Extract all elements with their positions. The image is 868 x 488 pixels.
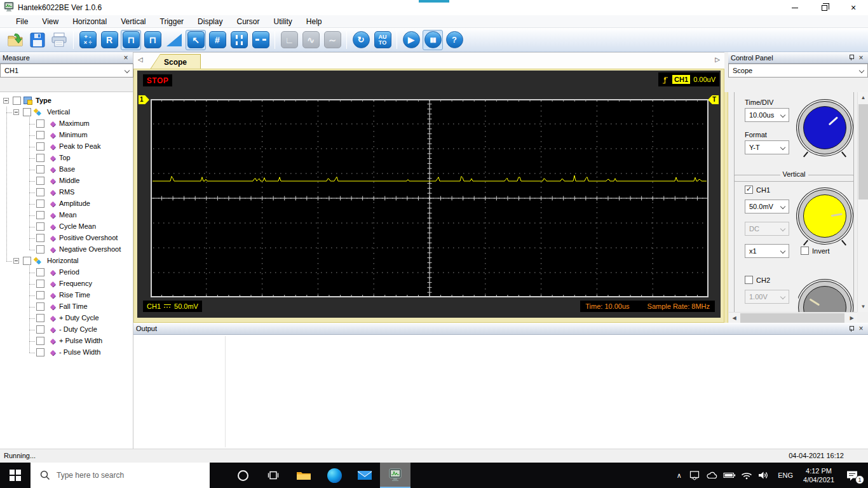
start-button[interactable] bbox=[0, 463, 31, 488]
wifi-icon[interactable] bbox=[740, 463, 753, 488]
edge-button[interactable] bbox=[319, 463, 349, 488]
measure-tree-item[interactable]: ◆Top bbox=[0, 152, 133, 164]
measure-tree-item[interactable]: ◆Frequency bbox=[0, 278, 133, 290]
tree-checkbox[interactable] bbox=[36, 325, 44, 334]
horizontal-scrollbar[interactable]: ◀ ▶ bbox=[729, 312, 857, 323]
close-button[interactable]: × bbox=[839, 0, 868, 15]
tree-checkbox[interactable] bbox=[36, 131, 44, 139]
hantek-app-button[interactable] bbox=[380, 463, 410, 488]
tree-checkbox[interactable] bbox=[36, 302, 44, 311]
control-panel-close-icon[interactable]: × bbox=[857, 53, 865, 62]
tree-checkbox[interactable] bbox=[36, 234, 44, 242]
ch2-scale-select[interactable]: 1.00V bbox=[745, 290, 789, 304]
taskbar-clock[interactable]: 4:12 PM 4/04/2021 bbox=[801, 463, 837, 488]
mail-button[interactable] bbox=[349, 463, 380, 488]
collapse-icon[interactable] bbox=[13, 109, 19, 115]
horizontal-cursors-button[interactable] bbox=[250, 30, 271, 50]
open-button[interactable] bbox=[6, 30, 26, 50]
pin-icon[interactable] bbox=[848, 54, 854, 61]
scroll-left-icon[interactable]: ◀ bbox=[729, 313, 740, 323]
menu-help[interactable]: Help bbox=[299, 15, 329, 28]
battery-icon[interactable] bbox=[723, 463, 736, 488]
cast-icon[interactable] bbox=[689, 463, 702, 488]
cursor-button[interactable]: ↖ bbox=[186, 30, 206, 50]
ch1-enable[interactable]: CH1 bbox=[745, 186, 770, 194]
output-close-icon[interactable]: × bbox=[857, 324, 865, 333]
measure-tree-item[interactable]: ◆Mean bbox=[0, 210, 133, 221]
pause-button[interactable]: ▮▮ bbox=[423, 30, 443, 50]
scroll-up-icon[interactable]: ▲ bbox=[858, 92, 868, 103]
scroll-right-icon[interactable]: ▶ bbox=[846, 313, 857, 323]
tree-checkbox[interactable] bbox=[36, 337, 44, 345]
pin-icon[interactable] bbox=[848, 325, 854, 332]
notification-button[interactable]: 1 bbox=[841, 463, 863, 488]
tree-checkbox[interactable] bbox=[36, 165, 44, 173]
ramp-button[interactable] bbox=[164, 30, 184, 50]
measure-tree-item[interactable]: ◆Cycle Mean bbox=[0, 221, 133, 233]
language-indicator[interactable]: ENG bbox=[775, 463, 796, 488]
tree-checkbox[interactable] bbox=[36, 188, 44, 196]
tree-checkbox[interactable] bbox=[36, 211, 44, 219]
tree-checkbox[interactable] bbox=[36, 280, 44, 288]
menu-vertical[interactable]: Vertical bbox=[114, 15, 153, 28]
ch1-scale-select[interactable]: 50.0mV bbox=[745, 200, 789, 214]
tree-checkbox[interactable] bbox=[36, 154, 44, 162]
tree-checkbox[interactable] bbox=[23, 108, 31, 116]
save-button[interactable] bbox=[27, 30, 48, 50]
measure-tree-item[interactable]: ◆Negative Overshoot bbox=[0, 244, 133, 255]
measure-tree-item[interactable]: ◆Minimum bbox=[0, 130, 133, 141]
horizontal-knob[interactable] bbox=[798, 101, 851, 154]
minimize-button[interactable] bbox=[780, 0, 810, 15]
control-panel-mode-select[interactable]: Scope bbox=[728, 64, 868, 78]
menu-utility[interactable]: Utility bbox=[266, 15, 299, 28]
tray-expand-icon[interactable]: ∧ bbox=[674, 463, 684, 488]
vertical-cursors-button[interactable] bbox=[229, 30, 249, 50]
ch1-probe-select[interactable]: x1 bbox=[745, 244, 789, 258]
menu-trigger[interactable]: Trigger bbox=[153, 15, 191, 28]
tree-checkbox[interactable] bbox=[36, 291, 44, 299]
measure-tree-item[interactable]: ◆Base bbox=[0, 164, 133, 175]
ch1-checkbox[interactable] bbox=[745, 186, 753, 194]
tree-checkbox[interactable] bbox=[23, 257, 31, 265]
task-view-button[interactable] bbox=[258, 463, 288, 488]
tab-scroll-left-icon[interactable]: ◁ bbox=[138, 56, 143, 63]
help-button[interactable]: ? bbox=[444, 30, 465, 50]
menu-view[interactable]: View bbox=[35, 15, 65, 28]
restore-button[interactable] bbox=[810, 0, 839, 15]
ch2-position-knob[interactable] bbox=[798, 281, 851, 312]
tree-checkbox[interactable] bbox=[36, 142, 44, 151]
refresh-button[interactable]: ↻ bbox=[351, 30, 371, 50]
ch2-checkbox[interactable] bbox=[745, 276, 753, 284]
volume-icon[interactable] bbox=[757, 463, 770, 488]
onedrive-icon[interactable] bbox=[706, 463, 719, 488]
step-interpolation-button[interactable]: ∟ bbox=[279, 30, 299, 50]
tree-checkbox[interactable] bbox=[36, 348, 44, 356]
tab-scroll-right-icon[interactable]: ▷ bbox=[715, 56, 720, 63]
measure-tree-item[interactable]: ◆Amplitude bbox=[0, 198, 133, 210]
measure-tree-node[interactable]: ◆◆Horizontal bbox=[0, 255, 133, 267]
tab-scope[interactable]: Scope bbox=[150, 54, 201, 69]
time-div-select[interactable]: 10.00us bbox=[745, 108, 789, 122]
collapse-icon[interactable] bbox=[13, 258, 19, 264]
file-explorer-button[interactable] bbox=[288, 463, 319, 488]
measure-tree-item[interactable]: ◆- Pulse Width bbox=[0, 347, 133, 358]
ch2-enable[interactable]: CH2 bbox=[745, 276, 770, 284]
measure-tree-item[interactable]: ◆+ Duty Cycle bbox=[0, 313, 133, 324]
measure-tree-item[interactable]: ◆Positive Overshoot bbox=[0, 233, 133, 244]
tree-checkbox[interactable] bbox=[36, 200, 44, 208]
tree-checkbox[interactable] bbox=[36, 268, 44, 276]
start-button[interactable]: ▶ bbox=[401, 30, 421, 50]
menu-display[interactable]: Display bbox=[191, 15, 229, 28]
measure-tree-node[interactable]: Type bbox=[0, 95, 133, 107]
measure-tree-item[interactable]: ◆Fall Time bbox=[0, 301, 133, 313]
print-button[interactable] bbox=[49, 30, 69, 50]
auto-set-button[interactable]: AU TO bbox=[372, 30, 393, 50]
tree-checkbox[interactable] bbox=[36, 245, 44, 254]
measure-tree-item[interactable]: ◆Peak to Peak bbox=[0, 141, 133, 152]
vertical-scroll-thumb[interactable] bbox=[858, 104, 868, 200]
measure-tree-item[interactable]: ◆+ Pulse Width bbox=[0, 336, 133, 347]
linear-interpolation-button[interactable]: ∿ bbox=[301, 30, 321, 50]
cortana-button[interactable] bbox=[227, 463, 258, 488]
ch1-position-knob[interactable] bbox=[798, 189, 851, 243]
measure-close-icon[interactable]: × bbox=[121, 53, 130, 62]
